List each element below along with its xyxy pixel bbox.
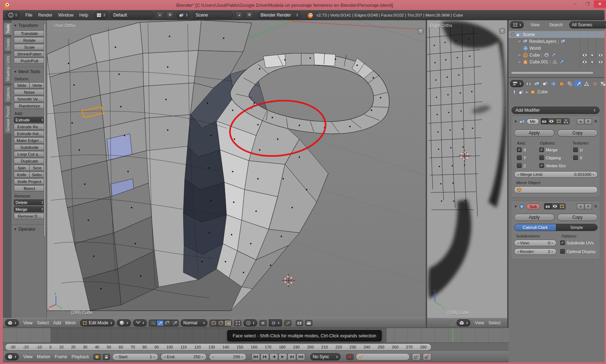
- tab-object-data-icon[interactable]: [583, 80, 590, 87]
- tab-tools[interactable]: Tools: [4, 22, 12, 35]
- subsurf-copy-button[interactable]: Copy: [557, 214, 598, 221]
- outliner-row-world[interactable]: World: [509, 45, 605, 52]
- outliner-row-cube001[interactable]: + Cube.001 |: [509, 58, 605, 65]
- view3d-menu-item[interactable]: Add: [51, 320, 63, 325]
- snap-element-dropdown[interactable]: ▲▼: [269, 319, 282, 327]
- jump-to-end-button[interactable]: [297, 353, 305, 360]
- add-tool-button[interactable]: Extrude Ind...: [14, 130, 45, 137]
- knife-select-button[interactable]: Selec: [30, 172, 45, 178]
- jump-next-keyframe-button[interactable]: [287, 353, 296, 360]
- outliner-row-scene[interactable]: − Scene: [509, 31, 605, 38]
- axis-y-checkbox[interactable]: Y: [517, 155, 526, 160]
- manipulator-axes-icon[interactable]: [149, 320, 157, 326]
- scene-icon-dropdown[interactable]: ▲▼: [176, 12, 190, 19]
- view3d-menu-item[interactable]: Mesh: [63, 320, 78, 325]
- modifier-move-down-button[interactable]: ▼: [584, 119, 592, 124]
- menu-item[interactable]: Render: [35, 13, 55, 18]
- modifier-move-up-button[interactable]: ▲: [577, 119, 584, 124]
- outliner-horizontal-scrollbar[interactable]: [511, 71, 594, 75]
- deform-tool-button[interactable]: Noise: [14, 89, 45, 95]
- mirror-object-field[interactable]: [514, 186, 598, 193]
- modifier-delete-icon[interactable]: ✕: [594, 204, 598, 209]
- render-image-icon[interactable]: [296, 320, 303, 326]
- add-layout-button[interactable]: +: [156, 12, 163, 19]
- editor-type-properties-icon[interactable]: ▲▼: [510, 80, 524, 87]
- edge-select-mode-icon[interactable]: [217, 320, 224, 326]
- vertex-groups-checkbox[interactable]: ✓Vertex Gro: [539, 163, 566, 168]
- editor-type-3dview-icon[interactable]: ▲▼: [457, 319, 470, 327]
- visibility-eye-icon[interactable]: [582, 60, 587, 64]
- tab-constraints-icon[interactable]: [566, 80, 574, 87]
- panel-disclosure-icon[interactable]: ▼: [514, 120, 517, 123]
- knife-button[interactable]: Knife: [14, 172, 30, 178]
- timeline-menu-item[interactable]: Playback: [69, 354, 91, 359]
- proportional-edit-dropdown[interactable]: ▲▼: [243, 319, 257, 327]
- pin-icon[interactable]: [512, 90, 517, 94]
- timeline-scrollbar[interactable]: -30-20-100102030405060708090100110120130…: [5, 343, 431, 351]
- operator-panel-header[interactable]: ▼Operator::::: [14, 227, 45, 232]
- modifier-move-up-button[interactable]: ▲: [577, 204, 584, 209]
- delete-keyframe-icon[interactable]: [423, 353, 431, 360]
- visibility-eye-icon[interactable]: [582, 53, 587, 57]
- tab-shading-uvs[interactable]: Shading / UVs: [4, 53, 12, 84]
- editmode-visibility-toggle[interactable]: [555, 118, 562, 124]
- tab-grease-pencil[interactable]: Grease Pencil: [4, 105, 12, 134]
- deform-tool-button[interactable]: Smooth Ve...: [14, 96, 45, 102]
- transform-tool-button[interactable]: Translate: [14, 30, 45, 36]
- add-scene-button[interactable]: +: [236, 12, 243, 19]
- manipulator-rotate-icon[interactable]: [164, 320, 171, 326]
- render-visibility-toggle[interactable]: [541, 118, 548, 124]
- view3d-menu-item[interactable]: View: [473, 320, 486, 325]
- catmull-clark-option[interactable]: Catmull-Clark: [514, 224, 556, 231]
- render-visibility-toggle[interactable]: [544, 203, 551, 209]
- transform-panel-header[interactable]: ▼Transform::::: [14, 23, 45, 28]
- playback-range-clock-icon[interactable]: [93, 354, 101, 360]
- merge-limit-slider[interactable]: ◂Merge Limit: 0.001000▸: [514, 171, 598, 178]
- outliner-row-cube[interactable]: + Cube |: [509, 52, 605, 58]
- optimal-display-checkbox[interactable]: Optimal Display: [560, 249, 596, 254]
- add-tool-button[interactable]: Subdivide: [14, 144, 45, 150]
- collapse-icon[interactable]: −: [511, 32, 515, 36]
- screen-layout-field[interactable]: Default: [111, 12, 153, 19]
- delete-dropdown[interactable]: Delete▲▼: [14, 199, 45, 205]
- tab-object-icon[interactable]: [558, 80, 565, 87]
- viewport-shading-dropdown[interactable]: ▲▼: [117, 319, 131, 327]
- minimize-button[interactable]: –: [569, 0, 581, 8]
- extrude-dropdown[interactable]: Extrude▲▼: [14, 117, 45, 123]
- transform-orientation-dropdown[interactable]: Normal▲▼: [181, 319, 207, 327]
- renderability-camera-icon[interactable]: [598, 53, 603, 57]
- modifier-name-field[interactable]: Mir: [527, 119, 539, 124]
- remove-doubles-button[interactable]: Remove D...: [14, 213, 45, 219]
- transform-tool-button[interactable]: Rotate: [14, 37, 45, 43]
- limit-selection-visible-icon[interactable]: [234, 320, 241, 326]
- add-tool-button[interactable]: Loop Cut a...: [14, 151, 45, 157]
- add-tool-button[interactable]: Extrude Re...: [14, 124, 45, 130]
- viewport-visibility-toggle[interactable]: [548, 118, 555, 124]
- merge-checkbox[interactable]: ✓Merge: [539, 147, 558, 152]
- frame-start-field[interactable]: ◂Start: 1▸: [112, 353, 158, 360]
- manipulator-scale-icon[interactable]: [171, 320, 178, 326]
- current-frame-field[interactable]: ◂299▸: [209, 353, 246, 360]
- manipulator-translate-icon[interactable]: [157, 320, 164, 326]
- mode-dropdown[interactable]: Edit Mode▲▼: [80, 319, 115, 327]
- screw-button[interactable]: Scre: [30, 165, 45, 171]
- delete-scene-button[interactable]: ✕: [246, 12, 253, 19]
- face-select-mode-icon[interactable]: [224, 320, 232, 326]
- frame-end-field[interactable]: ◂End: 250▸: [161, 353, 207, 360]
- axis-x-checkbox[interactable]: ✓X: [517, 147, 526, 152]
- delete-layout-button[interactable]: ✕: [166, 12, 174, 19]
- editor-type-3dview-icon[interactable]: ▲▼: [5, 319, 19, 327]
- renderability-camera-icon[interactable]: [598, 60, 603, 64]
- scene-field[interactable]: Scene: [193, 12, 233, 19]
- menu-item[interactable]: Help: [76, 13, 91, 18]
- tab-world-icon[interactable]: [550, 80, 557, 87]
- transform-tool-button[interactable]: Scale: [14, 44, 45, 50]
- render-subdivisions-slider[interactable]: ◂Render: 2▸: [514, 248, 557, 255]
- tab-create[interactable]: Create: [4, 37, 12, 52]
- tab-options[interactable]: Options: [4, 85, 12, 103]
- vertex-slide-button[interactable]: Verte: [30, 82, 45, 88]
- view3d-menu-item[interactable]: View: [21, 320, 35, 325]
- transform-tool-button[interactable]: Shrink/Fatten: [14, 51, 45, 57]
- expand-icon[interactable]: +: [517, 53, 521, 57]
- subdivide-uvs-checkbox[interactable]: ✓Subdivide UVs: [560, 240, 594, 245]
